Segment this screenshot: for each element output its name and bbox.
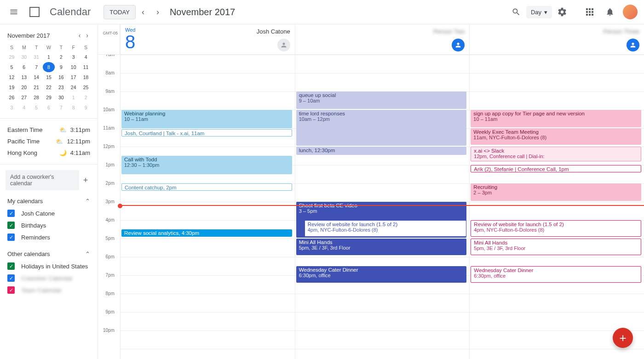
mini-cal-day[interactable]: 9 bbox=[55, 62, 67, 72]
calendar-event[interactable]: Mini All Hands5pm, 3E / 3F, 3rd Floor bbox=[296, 239, 467, 255]
mini-cal-day[interactable]: 23 bbox=[55, 82, 67, 92]
mini-cal-day[interactable]: 28 bbox=[30, 92, 43, 103]
mini-cal-day[interactable]: 20 bbox=[18, 82, 30, 92]
mini-cal-day[interactable]: 17 bbox=[67, 72, 80, 82]
mini-cal-day[interactable]: 11 bbox=[80, 62, 92, 72]
mini-cal-day[interactable]: 2 bbox=[55, 52, 67, 62]
mini-cal-day[interactable]: 15 bbox=[43, 72, 55, 82]
mini-cal-day[interactable]: 12 bbox=[6, 72, 18, 82]
today-button[interactable]: TODAY bbox=[104, 5, 136, 19]
mini-cal-day[interactable]: 5 bbox=[30, 103, 43, 113]
mini-cal-day[interactable]: 4 bbox=[18, 103, 30, 113]
calendar-checkbox[interactable]: ✓ bbox=[7, 262, 15, 270]
calendar-event[interactable]: Weekly Exec Team Meeting11am, NYC-Fulton… bbox=[471, 128, 641, 145]
calendar-label: Coworker Calendar bbox=[21, 275, 73, 282]
mini-cal-day[interactable]: 8 bbox=[67, 103, 80, 113]
mini-cal-day[interactable]: 30 bbox=[55, 92, 67, 103]
mini-cal-next[interactable]: › bbox=[84, 32, 90, 39]
apps-button[interactable] bbox=[580, 2, 600, 22]
calendar-event[interactable]: Content catchup, 2pm bbox=[121, 183, 292, 191]
add-coworker-input[interactable]: Add a coworker's calendar bbox=[6, 170, 79, 190]
calendar-event[interactable]: lunch, 12:30pm bbox=[296, 147, 467, 155]
calendar-event[interactable]: Review of website for launch (1.5 of 2)4… bbox=[471, 220, 641, 237]
day-number[interactable]: 8 bbox=[125, 33, 135, 51]
calendar-row[interactable]: ✓Josh Catone bbox=[6, 207, 92, 219]
calendar-event[interactable]: Review social analytics, 4:30pm bbox=[121, 229, 292, 237]
calendar-checkbox[interactable]: ✓ bbox=[7, 234, 15, 241]
calendar-checkbox[interactable]: ✓ bbox=[7, 274, 15, 282]
calendar-event[interactable]: Mini All Hands5pm, 3E / 3F, 3rd Floor bbox=[471, 239, 641, 255]
mini-cal-day[interactable]: 4 bbox=[80, 52, 92, 62]
search-button[interactable] bbox=[506, 2, 526, 22]
mini-cal-day[interactable]: 26 bbox=[6, 92, 18, 103]
view-select[interactable]: Day ▾ bbox=[526, 6, 552, 18]
mini-cal-day[interactable]: 25 bbox=[80, 82, 92, 92]
my-calendars-header[interactable]: My calendars ⌃ bbox=[7, 198, 90, 205]
next-period-button[interactable]: › bbox=[150, 5, 165, 19]
prev-period-button[interactable]: ‹ bbox=[136, 5, 150, 19]
calendar-event[interactable]: x.ai <> Slack12pm, Conference call | Dia… bbox=[471, 147, 641, 161]
mini-cal-day[interactable]: 1 bbox=[43, 52, 55, 62]
mini-cal-day[interactable]: 10 bbox=[67, 62, 80, 72]
calendar-event[interactable]: Review of website for launch (1.5 of 2)4… bbox=[305, 220, 467, 237]
calendar-row[interactable]: ✓Coworker Calendar bbox=[6, 272, 92, 284]
calendar-event[interactable]: time lord responses10am – 12pm bbox=[296, 110, 467, 146]
calendar-row[interactable]: ✓Reminders bbox=[6, 231, 92, 243]
mini-cal-day[interactable]: 29 bbox=[43, 92, 55, 103]
mini-cal-day[interactable]: 16 bbox=[55, 72, 67, 82]
person-avatar[interactable] bbox=[277, 39, 290, 51]
mini-cal-day[interactable]: 3 bbox=[67, 52, 80, 62]
mini-cal-day[interactable]: 1 bbox=[67, 92, 80, 103]
calendar-row[interactable]: ✓Holidays in United States bbox=[6, 260, 92, 272]
mini-cal-day[interactable]: 2 bbox=[80, 92, 92, 103]
calendar-row[interactable]: ✓Team Calendar bbox=[6, 284, 92, 296]
mini-cal-day[interactable]: 7 bbox=[55, 103, 67, 113]
mini-cal-day[interactable]: 6 bbox=[43, 103, 55, 113]
day-column[interactable]: Webinar planning10 – 11amJosh, Courtland… bbox=[120, 55, 295, 359]
mini-cal-day[interactable]: 8 bbox=[43, 62, 55, 72]
mini-cal-day[interactable]: 24 bbox=[67, 82, 80, 92]
add-coworker-plus[interactable]: + bbox=[79, 176, 92, 185]
mini-cal-day[interactable]: 13 bbox=[18, 72, 30, 82]
mini-cal-day[interactable]: 14 bbox=[30, 72, 43, 82]
mini-cal-day[interactable]: 30 bbox=[18, 52, 30, 62]
settings-button[interactable] bbox=[552, 2, 572, 22]
calendar-event[interactable]: Arik (2), Stefanie | Conference Call, 1p… bbox=[471, 165, 641, 172]
other-calendars-list: ✓Holidays in United States✓Coworker Cale… bbox=[6, 260, 92, 296]
calendar-event[interactable]: Recruiting2 – 3pm bbox=[471, 183, 641, 201]
person-avatar[interactable] bbox=[627, 39, 639, 51]
other-calendars-header[interactable]: Other calendars ⌃ bbox=[7, 251, 90, 257]
mini-cal-day[interactable]: 31 bbox=[30, 52, 43, 62]
mini-cal-day[interactable]: 22 bbox=[43, 82, 55, 92]
person-avatar[interactable] bbox=[452, 39, 465, 51]
calendar-event[interactable]: Webinar planning10 – 11am bbox=[121, 110, 292, 128]
calendar-checkbox[interactable]: ✓ bbox=[7, 222, 15, 229]
mini-cal-day[interactable]: 3 bbox=[6, 103, 18, 113]
chevron-up-icon: ⌃ bbox=[85, 251, 90, 257]
menu-button[interactable] bbox=[4, 2, 24, 22]
account-avatar[interactable] bbox=[623, 5, 638, 19]
day-column[interactable]: queue up social9 – 10amtime lord respons… bbox=[295, 55, 470, 359]
calendar-event[interactable]: Josh, Courtland | Talk - x.ai, 11am bbox=[121, 129, 292, 137]
calendar-checkbox[interactable]: ✓ bbox=[7, 210, 15, 217]
mini-cal-day[interactable]: 18 bbox=[80, 72, 92, 82]
calendar-row[interactable]: ✓Birthdays bbox=[6, 219, 92, 231]
day-column[interactable]: sign up app copy for Tier page and new v… bbox=[469, 55, 644, 359]
mini-cal-day[interactable]: 6 bbox=[18, 62, 30, 72]
mini-cal-day[interactable]: 5 bbox=[6, 62, 18, 72]
calendar-event[interactable]: Call with Todd12:30 – 1:30pm bbox=[121, 156, 292, 174]
mini-cal-day[interactable]: 27 bbox=[18, 92, 30, 103]
calendar-event[interactable]: Wednesday Cater Dinner6:30pm, office bbox=[296, 266, 467, 283]
mini-cal-day[interactable]: 19 bbox=[6, 82, 18, 92]
create-event-fab[interactable]: + bbox=[613, 328, 633, 348]
mini-cal-day[interactable]: 9 bbox=[80, 103, 92, 113]
calendar-checkbox[interactable]: ✓ bbox=[7, 286, 15, 294]
mini-cal-day[interactable]: 7 bbox=[30, 62, 43, 72]
notifications-button[interactable] bbox=[600, 2, 620, 22]
calendar-event[interactable]: queue up social9 – 10am bbox=[296, 91, 467, 109]
mini-cal-day[interactable]: 29 bbox=[6, 52, 18, 62]
mini-cal-day[interactable]: 21 bbox=[30, 82, 43, 92]
calendar-event[interactable]: Wednesday Cater Dinner6:30pm, office bbox=[471, 266, 641, 283]
mini-cal-prev[interactable]: ‹ bbox=[77, 32, 83, 39]
calendar-event[interactable]: sign up app copy for Tier page and new v… bbox=[471, 110, 641, 127]
